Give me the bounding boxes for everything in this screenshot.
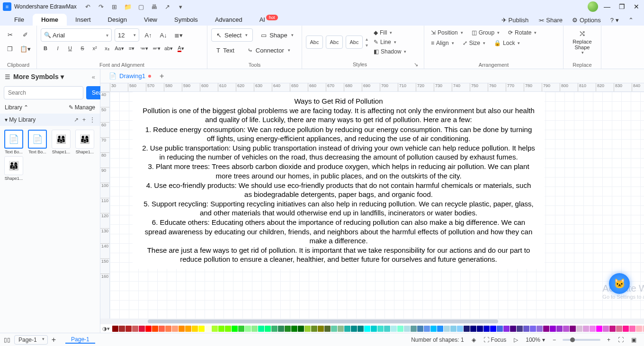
color-swatch[interactable] (424, 326, 430, 332)
color-swatch[interactable] (179, 326, 185, 332)
color-swatch[interactable] (556, 326, 563, 332)
print-icon[interactable]: 🖶 (151, 3, 158, 10)
color-swatch[interactable] (271, 326, 277, 332)
color-swatch[interactable] (444, 326, 450, 332)
focus-mode-button[interactable]: ⛶Focus (480, 337, 510, 343)
color-swatch[interactable] (351, 326, 357, 332)
close-button[interactable]: ✕ (634, 3, 639, 10)
page-selector[interactable]: Page-1 (14, 335, 48, 345)
zoom-out-button[interactable]: − (549, 337, 560, 343)
color-swatch[interactable] (198, 326, 205, 332)
export-icon[interactable]: ↗ (164, 3, 171, 10)
color-swatch[interactable] (523, 326, 529, 332)
color-swatch[interactable] (510, 326, 516, 332)
color-swatch[interactable] (609, 326, 616, 332)
color-swatch[interactable] (576, 326, 582, 332)
color-swatch[interactable] (139, 326, 145, 332)
new-icon[interactable]: ⊞ (111, 3, 118, 10)
add-tab-button[interactable]: + (156, 70, 168, 82)
content-paragraph[interactable]: These are just a few ways to get rid of … (142, 246, 535, 264)
menu-home[interactable]: Home (33, 14, 67, 26)
rotate-button[interactable]: ⟳Rotate▾ (505, 28, 539, 37)
color-swatch[interactable] (185, 326, 191, 332)
color-swatch[interactable] (450, 326, 456, 332)
color-swatch[interactable] (324, 326, 331, 332)
canvas[interactable]: Ways to Get Rid of PollutionPollution is… (110, 92, 644, 319)
numbered-list-icon[interactable]: ≕▾ (152, 44, 161, 53)
bullet-list-icon[interactable]: ≔▾ (139, 44, 149, 53)
collapse-ribbon-button[interactable]: ⌃ (624, 15, 638, 26)
menu-view[interactable]: View (135, 14, 166, 26)
pages-panel-icon[interactable]: ▯▯ (4, 337, 10, 343)
color-swatch[interactable] (278, 326, 284, 332)
paste-icon[interactable]: 📋▾ (19, 43, 31, 55)
eyedropper-icon[interactable]: ◑▾ (102, 326, 110, 332)
qat-more-icon[interactable]: ▾ (177, 3, 185, 10)
layers-icon[interactable]: ◈ (468, 337, 480, 343)
color-swatch[interactable] (245, 326, 251, 332)
menu-design[interactable]: Design (99, 14, 135, 26)
add-page-button[interactable]: + (52, 336, 56, 344)
color-swatch[interactable] (304, 326, 311, 332)
color-swatch[interactable] (218, 326, 224, 332)
color-swatch[interactable] (437, 326, 443, 332)
menu-file[interactable]: File (6, 14, 33, 26)
color-swatch[interactable] (457, 326, 463, 332)
color-swatch[interactable] (404, 326, 410, 332)
color-swatch[interactable] (358, 326, 364, 332)
color-swatch[interactable] (411, 326, 417, 332)
style-swatch-3[interactable]: Abc (346, 35, 363, 49)
help-button[interactable]: ?▾ (606, 15, 624, 26)
color-swatch[interactable] (251, 326, 258, 332)
content-paragraph[interactable]: 6. Educate others: Educating others abou… (142, 218, 535, 245)
mylib-add-icon[interactable]: + (82, 116, 86, 123)
color-swatch[interactable] (152, 326, 158, 332)
user-avatar[interactable] (588, 1, 598, 12)
style-swatch-1[interactable]: Abc (306, 35, 323, 49)
publish-button[interactable]: ✈Publish (497, 15, 534, 26)
mylib-export-icon[interactable]: ↗ (74, 116, 79, 123)
color-swatch[interactable] (119, 326, 125, 332)
zoom-value[interactable]: 100% ▾ (522, 337, 549, 343)
copy-icon[interactable]: ❐ (4, 43, 16, 55)
decrease-font-icon[interactable]: A↓ (157, 29, 170, 41)
content-paragraph[interactable]: 5. Support recycling: Supporting recycli… (142, 199, 535, 217)
open-icon[interactable]: 📁 (124, 3, 132, 10)
color-swatch[interactable] (464, 326, 470, 332)
line-spacing-icon[interactable]: ≡▾ (127, 44, 136, 53)
connector-tool[interactable]: ⤷Connector▾ (242, 44, 295, 57)
fullscreen-icon[interactable]: ▣ (627, 337, 640, 343)
color-swatch[interactable] (623, 326, 629, 332)
horizontal-scrollbar[interactable] (100, 319, 644, 324)
case-icon[interactable]: Aa▾ (115, 44, 124, 53)
content-paragraph[interactable]: 2. Use public transportation: Using publ… (142, 143, 535, 161)
zoom-slider[interactable] (563, 339, 600, 341)
color-swatch[interactable] (112, 326, 118, 332)
page-tab[interactable]: Page-1 (65, 336, 95, 344)
color-swatch[interactable] (338, 326, 344, 332)
styles-dialog-icon[interactable]: ↘ (414, 62, 418, 68)
color-swatch[interactable] (629, 326, 635, 332)
menu-ai[interactable]: AIhot (251, 14, 286, 26)
color-swatch[interactable] (616, 326, 622, 332)
color-swatch[interactable] (258, 326, 264, 332)
color-swatch[interactable] (364, 326, 370, 332)
manage-button[interactable]: ✎Manage (69, 104, 95, 111)
group-button[interactable]: ◫Group▾ (469, 28, 502, 37)
symbol-search-input[interactable] (4, 86, 83, 99)
color-swatch[interactable] (165, 326, 171, 332)
fill-button[interactable]: ◆Fill▾ (371, 28, 409, 37)
subscript-icon[interactable]: x₂ (102, 44, 112, 53)
color-swatch[interactable] (318, 326, 324, 332)
color-swatch[interactable] (570, 326, 576, 332)
color-swatch[interactable] (550, 326, 556, 332)
color-swatch[interactable] (596, 326, 602, 332)
color-swatch[interactable] (503, 326, 510, 332)
color-swatch[interactable] (590, 326, 596, 332)
minimize-button[interactable]: — (604, 3, 610, 10)
lib-item-shape-3[interactable]: 👨‍👩‍👧Shape1... (3, 156, 25, 181)
color-swatch[interactable] (603, 326, 609, 332)
color-swatch[interactable] (285, 326, 291, 332)
color-swatch[interactable] (483, 326, 490, 332)
menu-insert[interactable]: Insert (67, 14, 99, 26)
